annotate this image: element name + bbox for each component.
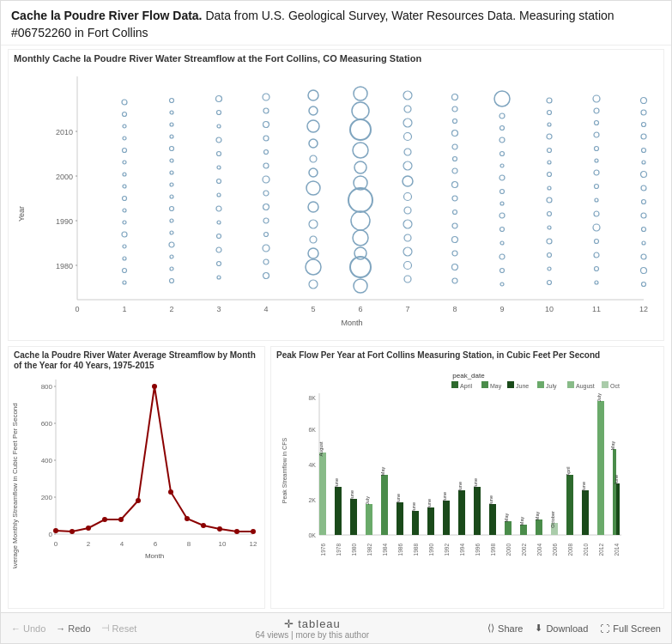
svg-point-154 — [547, 98, 552, 103]
svg-point-104 — [348, 188, 372, 212]
footer-left: ← Undo → Redo ⊣ Reset — [11, 623, 136, 634]
svg-text:1976: 1976 — [320, 544, 326, 556]
svg-rect-293 — [616, 483, 620, 535]
svg-point-133 — [453, 210, 457, 215]
svg-text:1998: 1998 — [490, 544, 496, 556]
svg-point-75 — [264, 150, 269, 155]
bottom-right-chart: Peak Flow Per Year at Fort Collins Measu… — [270, 346, 664, 609]
svg-point-40 — [123, 281, 126, 284]
reset-label: Reset — [112, 623, 137, 634]
svg-point-223 — [102, 517, 107, 522]
svg-point-99 — [352, 102, 369, 119]
bottom-left-svg: Average Monthly Streamflow in Cubic Feet… — [9, 371, 262, 568]
svg-text:May: May — [535, 512, 540, 521]
svg-text:May: May — [380, 467, 385, 477]
svg-point-142 — [499, 137, 505, 143]
svg-text:October: October — [550, 511, 555, 528]
bottom-charts-row: Cache la Poudre River Water Average Stre… — [8, 346, 664, 609]
undo-button[interactable]: ← Undo — [11, 623, 45, 634]
svg-point-161 — [548, 186, 551, 190]
svg-point-57 — [216, 96, 222, 102]
svg-text:June: June — [427, 499, 432, 509]
svg-point-156 — [548, 123, 551, 126]
svg-text:Oct: Oct — [610, 383, 620, 389]
svg-point-51 — [170, 219, 173, 222]
svg-text:12: 12 — [639, 305, 648, 313]
svg-text:2008: 2008 — [567, 544, 573, 556]
svg-point-32 — [123, 185, 126, 188]
svg-point-227 — [168, 489, 173, 495]
undo-arrow-icon: ← — [11, 623, 21, 634]
svg-point-69 — [217, 262, 221, 266]
fullscreen-button[interactable]: ⛶ Full Screen — [600, 623, 661, 634]
download-button[interactable]: ⬇ Download — [535, 623, 588, 634]
svg-text:May: May — [504, 513, 509, 523]
svg-point-118 — [404, 207, 411, 214]
svg-point-71 — [263, 94, 269, 100]
svg-point-109 — [354, 279, 367, 293]
svg-point-124 — [452, 94, 458, 100]
svg-point-110 — [403, 91, 412, 100]
svg-point-123 — [404, 276, 411, 283]
svg-point-159 — [548, 161, 551, 164]
svg-text:June: June — [473, 478, 478, 489]
svg-point-176 — [595, 185, 599, 189]
share-button[interactable]: ⟨⟩ Share — [487, 623, 523, 634]
svg-text:1980: 1980 — [351, 544, 357, 556]
svg-text:1990: 1990 — [56, 217, 73, 226]
svg-rect-266 — [412, 511, 419, 535]
svg-text:1994: 1994 — [459, 544, 465, 556]
svg-text:8: 8 — [187, 540, 191, 548]
svg-point-188 — [642, 149, 646, 153]
svg-point-113 — [404, 133, 412, 141]
svg-point-26 — [123, 112, 127, 117]
svg-text:800: 800 — [41, 383, 53, 391]
svg-point-42 — [170, 111, 173, 114]
svg-point-178 — [594, 211, 599, 216]
svg-point-85 — [308, 90, 318, 100]
bottom-left-title: Cache la Poudre River Water Average Stre… — [9, 347, 264, 371]
svg-point-147 — [500, 202, 504, 205]
svg-rect-238 — [507, 381, 514, 388]
svg-point-181 — [594, 252, 599, 258]
svg-point-152 — [500, 269, 505, 273]
svg-point-64 — [217, 193, 221, 197]
svg-text:1984: 1984 — [382, 544, 388, 556]
footer: ← Undo → Redo ⊣ Reset ✛ tableau 64 views… — [1, 612, 671, 643]
svg-point-151 — [499, 254, 505, 259]
svg-point-91 — [306, 181, 320, 195]
svg-point-177 — [595, 198, 598, 202]
header: Cache la Poudre River Flow Data. Data fr… — [1, 1, 671, 46]
svg-rect-274 — [474, 487, 481, 535]
svg-rect-276 — [489, 504, 496, 535]
svg-point-72 — [263, 108, 269, 113]
svg-point-67 — [217, 234, 221, 239]
svg-rect-264 — [397, 502, 403, 535]
svg-point-150 — [500, 241, 504, 245]
svg-text:July: July — [365, 496, 370, 505]
svg-point-29 — [123, 149, 127, 153]
svg-text:1990: 1990 — [428, 544, 434, 556]
svg-text:10: 10 — [545, 305, 554, 313]
svg-rect-254 — [319, 453, 326, 535]
svg-point-180 — [595, 240, 599, 244]
svg-point-77 — [263, 176, 269, 183]
svg-text:7: 7 — [405, 305, 409, 313]
reset-button[interactable]: ⊣ Reset — [101, 623, 137, 634]
undo-label: Undo — [23, 623, 45, 634]
svg-point-87 — [307, 120, 319, 132]
svg-point-162 — [547, 197, 552, 203]
svg-point-59 — [217, 125, 221, 128]
svg-point-50 — [170, 207, 174, 211]
svg-text:12: 12 — [250, 540, 257, 548]
svg-point-73 — [263, 122, 269, 128]
svg-text:August: August — [576, 383, 595, 390]
svg-point-183 — [595, 281, 598, 284]
svg-point-231 — [234, 529, 239, 534]
svg-point-100 — [350, 119, 371, 140]
redo-button[interactable]: → Redo — [56, 623, 90, 634]
svg-point-112 — [403, 118, 412, 127]
svg-point-84 — [263, 273, 269, 279]
svg-text:May: May — [610, 441, 615, 451]
svg-point-49 — [170, 195, 173, 198]
